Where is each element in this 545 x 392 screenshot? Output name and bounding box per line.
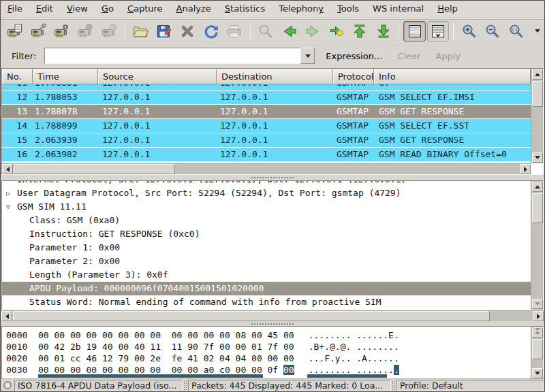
go-back-button[interactable] <box>278 21 300 42</box>
column-header-no[interactable]: No. <box>2 69 33 84</box>
packet-row-partial[interactable]: 111.778651127.0.0.1127.0.0.1GSMTAPGT <box>2 84 531 90</box>
close-file-button[interactable] <box>176 21 199 42</box>
zoom-in-button[interactable] <box>458 21 480 42</box>
packet-row-selected[interactable]: 131.788078127.0.0.1127.0.0.1GSMTAPGSM GE… <box>2 105 531 118</box>
capture-options-button[interactable] <box>28 21 50 42</box>
scroll-down-button[interactable] <box>532 368 543 378</box>
column-header-destination[interactable]: Destination <box>217 69 333 84</box>
selected-ascii-char[interactable]: . <box>394 365 399 375</box>
open-file-button[interactable] <box>129 21 152 42</box>
capture-stop-button[interactable] <box>75 21 97 42</box>
detail-row-parameter2[interactable]: Parameter 2: 0x00 <box>2 255 531 268</box>
scroll-up-button[interactable] <box>532 69 543 80</box>
network-card-gear-icon <box>54 23 70 39</box>
packet-row[interactable]: 162.063982127.0.0.1127.0.0.1GSMTAPGSM RE… <box>2 148 531 161</box>
hex-vscrollbar[interactable] <box>531 327 543 379</box>
network-card-wrench-icon <box>31 23 47 39</box>
save-file-button[interactable] <box>153 21 175 42</box>
scroll-right-button[interactable] <box>520 164 531 174</box>
zoom-normal-button[interactable]: 1:1 <box>505 21 528 42</box>
status-grip[interactable] <box>183 380 187 391</box>
detail-row-class[interactable]: Class: GSM (0xa0) <box>2 214 531 227</box>
vscroll-thumb[interactable] <box>532 193 543 223</box>
capture-start-button[interactable] <box>51 21 74 42</box>
menu-telephony[interactable]: Telephony <box>272 1 330 18</box>
menu-go[interactable]: Go <box>95 1 121 18</box>
print-button[interactable] <box>223 21 246 42</box>
capture-restart-button[interactable] <box>98 21 121 42</box>
column-header-protocol[interactable]: Protocol <box>333 69 374 84</box>
colorize-toggle[interactable] <box>403 21 426 42</box>
open-folder-icon <box>132 23 149 39</box>
menu-view[interactable]: View <box>60 1 95 18</box>
detail-row-gsm-sim[interactable]: ▽GSM SIM 11.11 <box>2 200 531 214</box>
find-packet-button[interactable] <box>255 21 277 42</box>
menu-tools[interactable]: Tools <box>330 1 366 18</box>
menu-ws-internal[interactable]: WS internal <box>366 1 431 18</box>
go-forward-button[interactable] <box>302 21 324 42</box>
hex-row[interactable]: 000000 00 00 00 00 00 00 00 00 00 00 00 … <box>2 329 531 341</box>
scroll-left-button[interactable] <box>2 164 13 174</box>
list-interfaces-button[interactable] <box>4 21 27 42</box>
scroll-up-button[interactable] <box>532 327 543 338</box>
packet-list-vscrollbar[interactable] <box>531 69 543 163</box>
details-vscrollbar[interactable] <box>531 181 543 310</box>
detail-row-length[interactable]: Length (Parameter 3): 0x0f <box>2 268 531 282</box>
pane-splitter-1[interactable] <box>1 175 544 180</box>
expression-button[interactable]: Expression... <box>322 50 386 63</box>
go-top-button[interactable] <box>349 21 371 42</box>
scroll-left-button[interactable] <box>1 311 12 321</box>
toolbar-overflow-caret[interactable] <box>535 29 540 33</box>
filter-input[interactable] <box>44 48 300 64</box>
filter-button[interactable]: Filter: <box>9 50 39 63</box>
scroll-right-button[interactable] <box>533 311 544 321</box>
hex-row[interactable]: 001000 42 2b 19 40 00 40 11 11 90 7f 00 … <box>2 341 531 353</box>
detail-row-udp[interactable]: ▷User Datagram Protocol, Src Port: 52294… <box>2 186 531 200</box>
zoom-out-button[interactable] <box>482 21 504 42</box>
detail-row-status-word[interactable]: Status Word: Normal ending of command wi… <box>2 295 531 309</box>
goto-packet-button[interactable] <box>326 21 348 42</box>
selected-hex-byte[interactable]: 00 <box>283 365 294 375</box>
pane-splitter-2[interactable] <box>1 321 544 326</box>
apply-button[interactable]: Apply <box>431 50 465 63</box>
menu-file[interactable]: File <box>1 1 29 18</box>
column-header-source[interactable]: Source <box>98 69 217 84</box>
detail-row-instruction[interactable]: Instruction: GET RESPONSE (0xc0) <box>2 227 531 241</box>
details-rows: Internet Protocol, Src: 127.0.0.1 (127.0… <box>2 181 531 310</box>
clear-button[interactable]: Clear <box>393 50 424 63</box>
scroll-up-button[interactable] <box>532 182 543 192</box>
go-bottom-button[interactable] <box>373 21 395 42</box>
details-hscrollbar[interactable] <box>1 310 544 321</box>
menu-capture[interactable]: Capture <box>121 1 170 18</box>
packet-list-hscrollbar[interactable] <box>2 163 531 174</box>
vscroll-thumb[interactable] <box>532 81 543 107</box>
detail-row-partial[interactable]: Internet Protocol, Src: 127.0.0.1 (127.0… <box>2 181 531 186</box>
detail-row-apdu-payload-selected[interactable]: APDU Payload: 000000096f0704001500150102… <box>2 282 531 295</box>
vscroll-thumb[interactable] <box>532 339 543 359</box>
detail-row-parameter1[interactable]: Parameter 1: 0x00 <box>2 241 531 255</box>
menu-statistics[interactable]: Statistics <box>218 1 272 18</box>
scroll-down-button[interactable] <box>532 299 543 309</box>
menu-edit[interactable]: Edit <box>29 1 60 18</box>
hscroll-thumb[interactable] <box>13 311 490 321</box>
packet-row[interactable]: 121.788053127.0.0.1127.0.0.1GSMTAPGSM SE… <box>2 91 531 104</box>
arrow-left-icon <box>281 23 298 39</box>
menu-help[interactable]: Help <box>431 1 465 18</box>
expander-collapsed-icon[interactable]: ▷ <box>6 186 16 200</box>
column-header-time[interactable]: Time <box>33 69 98 84</box>
menu-analyze[interactable]: Analyze <box>170 1 218 18</box>
hex-row[interactable]: 002000 01 cc 46 12 79 00 2e fe 41 02 04 … <box>2 353 531 364</box>
packet-row[interactable]: 152.063939127.0.0.1127.0.0.1GSMTAPGSM GE… <box>2 133 531 147</box>
expert-info-button[interactable] <box>3 381 12 389</box>
hscroll-thumb[interactable] <box>14 164 175 174</box>
column-header-info[interactable]: Info <box>374 69 531 84</box>
status-profile[interactable]: Profile: Default <box>396 380 544 391</box>
packet-row[interactable]: 141.788099127.0.0.1127.0.0.1GSMTAPGSM SE… <box>2 119 531 133</box>
triangle-down-icon <box>535 156 540 162</box>
expander-expanded-icon[interactable]: ▽ <box>6 200 16 214</box>
scroll-down-button[interactable] <box>532 152 543 163</box>
reload-file-button[interactable] <box>200 21 223 42</box>
auto-scroll-toggle[interactable] <box>427 21 450 42</box>
status-grip[interactable] <box>392 380 396 391</box>
filter-dropdown-button[interactable] <box>300 48 315 64</box>
